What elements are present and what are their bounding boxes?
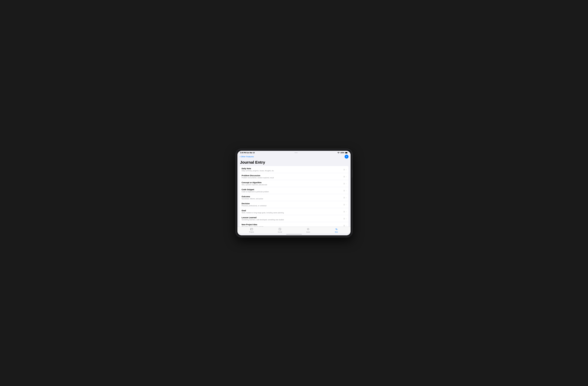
list-item-subtitle: Problem encountered, solution explored, … [242,177,343,179]
add-icon: + [346,156,347,158]
list-item-subtitle: Something learned, a skill developed, so… [242,219,343,221]
svg-rect-2 [251,228,253,230]
list-item[interactable]: Code Snippet Code to implement a particu… [239,187,349,194]
svg-rect-3 [251,229,251,230]
journal-entry-list: Daily Note Daily summary, progress, issu… [239,166,349,227]
chevron-right-icon: › [346,203,346,205]
lock-icon: 🔒 [343,176,345,177]
list-item[interactable]: Lesson Learned Something learned, a skil… [239,215,349,222]
list-item-right: 🔒 › [343,197,346,199]
tab-bar: Projects Journal [237,227,351,233]
chevron-right-icon: › [346,176,346,178]
status-dot-1 [295,152,295,153]
lock-icon: 🔒 [343,197,345,198]
back-label: Other Features [241,156,254,158]
list-item-right: 🔒 › [343,224,346,226]
device-screen: 3:35 PM Sun Mar 10 100% [237,151,351,235]
lock-icon: 🔒 [343,183,345,184]
tab-issues-label: Issues [306,231,310,233]
home-indicator [237,233,351,235]
list-item[interactable]: Daily Note Daily summary, progress, issu… [239,166,349,173]
list-item-subtitle: Personal, professional, or combined [242,205,343,207]
status-dot-2 [296,152,296,153]
status-right: 100% [337,152,348,154]
lock-icon: 🔒 [343,169,345,170]
lock-icon: 🔒 [343,203,345,205]
list-item-title: New Project Idea [242,223,343,226]
tab-projects[interactable]: Projects [247,228,256,233]
status-bar: 3:35 PM Sun Mar 10 100% [237,151,351,154]
tab-journal-label: Journal [278,231,282,233]
list-item-subtitle: Code to implement a particular problem [242,191,343,193]
chevron-right-icon: › [346,218,346,220]
list-item-content: Daily Note Daily summary, progress, issu… [242,167,343,172]
wifi-icon [337,152,339,154]
list-item-subtitle: Daily summary, progress, issues, thought… [242,170,343,172]
battery-percent: 100% [340,152,344,154]
tab-more-label: More [335,231,338,233]
svg-rect-4 [279,228,281,230]
status-time: 3:35 PM Sun Mar 10 [240,152,255,154]
list-item-title: Outcome [242,195,343,198]
list-item-right: 🔒 › [343,190,346,191]
list-item-content: Lesson Learned Something learned, a skil… [242,216,343,221]
more-icon [335,228,338,231]
svg-point-7 [308,230,308,230]
device-frame: 3:35 PM Sun Mar 10 100% [236,149,352,237]
list-item[interactable]: Concept or Algorithm Idea, question expl… [239,180,349,187]
lock-icon: 🔒 [343,224,345,226]
list-item-content: Concept or Algorithm Idea, question expl… [242,182,343,186]
list-item[interactable]: Goal Short, medium or long-range goals, … [239,208,349,215]
list-item-content: New Project Idea Thoughts about a future… [242,223,343,227]
status-center [295,152,297,153]
list-item-content: Outcome Successes, failures, and praise [242,195,343,200]
list-item-content: Problem Discussion Problem encountered, … [242,174,343,179]
side-button [352,170,352,178]
list-item[interactable]: Problem Discussion Problem encountered, … [239,173,349,180]
list-item-subtitle: Idea, question explored, pseudocode [242,184,343,186]
list-item-title: Decision [242,203,343,204]
page-title: Journal Entry [240,160,348,164]
chevron-right-icon: › [346,183,346,184]
list-item-content: Decision Personal, professional, or comb… [242,203,343,207]
list-item[interactable]: New Project Idea Thoughts about a future… [239,222,349,227]
home-bar [286,234,302,235]
svg-point-5 [308,228,309,230]
list-item-content: Code Snippet Code to implement a particu… [242,188,343,193]
list-item-title: Code Snippet [242,188,343,191]
list-item-right: 🔒 › [343,169,346,170]
list-item-title: Goal [242,209,343,212]
lock-icon: 🔒 [343,190,345,191]
list-item-title: Daily Note [242,167,343,170]
projects-icon [250,228,253,231]
lock-icon: 🔒 [343,218,345,219]
list-item-subtitle: Short, medium or long-range goals, inclu… [242,212,343,214]
list-item-content: Goal Short, medium or long-range goals, … [242,209,343,214]
tab-projects-label: Projects [249,231,254,233]
list-item[interactable]: Decision Personal, professional, or comb… [239,201,349,208]
add-button[interactable]: + [345,155,349,159]
list-item[interactable]: Outcome Successes, failures, and praise … [239,194,349,201]
chevron-right-icon: › [346,190,346,191]
list-item-subtitle: Successes, failures, and praise [242,198,343,200]
list-item-right: 🔒 › [343,176,346,178]
page-title-area: Journal Entry [237,160,351,166]
tab-more[interactable]: More [332,228,341,233]
list-item-title: Concept or Algorithm [242,182,343,183]
chevron-right-icon: › [346,197,346,199]
tab-journal[interactable]: Journal [275,228,284,233]
list-item-right: 🔒 › [343,218,346,220]
lock-icon: 🔒 [343,211,345,212]
list-container[interactable]: Daily Note Daily summary, progress, issu… [237,166,351,227]
back-button[interactable]: ‹ Other Features [239,156,254,158]
back-chevron-icon: ‹ [239,156,240,158]
list-item-right: 🔒 › [343,211,346,213]
issues-icon [307,228,310,231]
chevron-right-icon: › [346,169,346,170]
battery-icon [345,152,348,154]
tab-issues[interactable]: Issues [304,228,313,233]
nav-bar: ‹ Other Features + [237,154,351,160]
chevron-right-icon: › [346,224,346,226]
list-item-title: Lesson Learned [242,216,343,219]
chevron-right-icon: › [346,211,346,213]
